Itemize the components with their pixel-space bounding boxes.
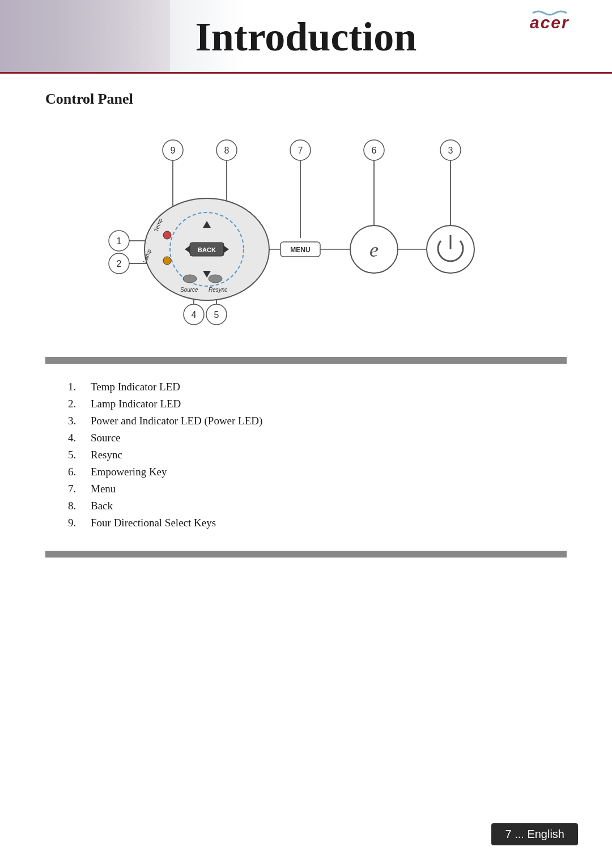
list-item-text: Back xyxy=(91,500,113,512)
svg-text:4: 4 xyxy=(192,310,197,320)
svg-text:Resync: Resync xyxy=(209,287,227,293)
list-item-text: Four Directional Select Keys xyxy=(91,517,216,529)
list-item-number: 4. xyxy=(68,432,91,444)
list-item-text: Resync xyxy=(91,449,122,461)
svg-text:5: 5 xyxy=(214,310,219,320)
svg-point-42 xyxy=(209,275,222,283)
control-items-list: 1.Temp Indicator LED2.Lamp Indicator LED… xyxy=(45,369,567,545)
list-item-number: 6. xyxy=(68,466,91,478)
list-item-number: 1. xyxy=(68,381,91,393)
svg-text:MENU: MENU xyxy=(290,246,310,254)
svg-text:6: 6 xyxy=(372,146,377,155)
list-item: 1.Temp Indicator LED xyxy=(68,381,544,393)
list-item-number: 5. xyxy=(68,449,91,461)
page-footer: 7 ... English xyxy=(491,823,578,845)
list-item: 5.Resync xyxy=(68,449,544,461)
svg-text:e: e xyxy=(369,239,379,261)
bottom-divider xyxy=(45,551,567,558)
list-item: 9.Four Directional Select Keys xyxy=(68,517,544,529)
svg-text:Source: Source xyxy=(180,287,198,293)
svg-text:3: 3 xyxy=(448,146,453,155)
list-item-number: 3. xyxy=(68,415,91,427)
list-item: 8.Back xyxy=(68,500,544,512)
list-item-text: Power and Indicator LED (Power LED) xyxy=(91,415,262,427)
page-header: acer Introduction xyxy=(0,0,612,74)
svg-text:8: 8 xyxy=(224,146,230,155)
list-item-text: Menu xyxy=(91,483,116,495)
language-label: ... English xyxy=(515,828,564,840)
list-item-number: 7. xyxy=(68,483,91,495)
list-item-text: Temp Indicator LED xyxy=(91,381,180,393)
svg-point-36 xyxy=(163,231,171,239)
list-item-number: 9. xyxy=(68,517,91,529)
acer-logo: acer xyxy=(527,8,578,36)
list-item: 6.Empowering Key xyxy=(68,466,544,478)
page-number: 7 xyxy=(505,828,511,840)
svg-text:2: 2 xyxy=(117,259,122,269)
svg-point-40 xyxy=(183,275,197,283)
svg-text:BACK: BACK xyxy=(198,246,216,253)
main-content: Control Panel 9 8 7 6 xyxy=(0,74,612,580)
list-item: 3.Power and Indicator LED (Power LED) xyxy=(68,415,544,427)
svg-text:1: 1 xyxy=(117,236,122,246)
list-item-text: Empowering Key xyxy=(91,466,167,478)
page-title: Introduction xyxy=(196,14,417,66)
list-item: 2.Lamp Indicator LED xyxy=(68,398,544,410)
list-item-number: 8. xyxy=(68,500,91,512)
header-gradient xyxy=(0,0,170,72)
list-item-text: Lamp Indicator LED xyxy=(91,398,181,410)
list-item: 4.Source xyxy=(68,432,544,444)
list-item-number: 2. xyxy=(68,398,91,410)
control-panel-diagram: 9 8 7 6 3 1 xyxy=(45,125,567,340)
list-item: 7.Menu xyxy=(68,483,544,495)
list-item-text: Source xyxy=(91,432,121,444)
svg-point-38 xyxy=(163,257,171,265)
svg-text:9: 9 xyxy=(171,146,176,155)
svg-text:7: 7 xyxy=(298,146,303,155)
top-divider xyxy=(45,357,567,364)
section-title: Control Panel xyxy=(45,91,567,108)
svg-text:acer: acer xyxy=(530,13,570,31)
